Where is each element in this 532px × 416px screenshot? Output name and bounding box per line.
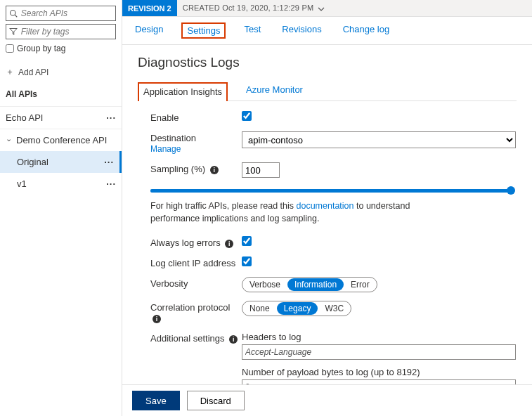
api-item-label: Demo Conference API bbox=[6, 135, 107, 145]
diagnostics-form: Enable Destination Manage apim-contoso bbox=[138, 111, 517, 414]
verbosity-information[interactable]: Information bbox=[287, 278, 344, 291]
created-label[interactable]: CREATED Oct 19, 2020, 1:12:29 PM bbox=[177, 4, 330, 12]
group-by-tag-checkbox[interactable]: Group by tag bbox=[6, 44, 116, 53]
enable-label: Enable bbox=[150, 111, 242, 123]
tab-design[interactable]: Design bbox=[132, 22, 166, 39]
sampling-slider[interactable] bbox=[150, 186, 517, 195]
revision-badge[interactable]: REVISION 2 bbox=[122, 0, 177, 16]
verbosity-error[interactable]: Error bbox=[344, 278, 377, 291]
sidebar: Group by tag ＋ Add API All APIs Echo API… bbox=[0, 0, 122, 416]
all-apis-link[interactable]: All APIs bbox=[6, 89, 116, 99]
sampling-hint: For high traffic APIs, please read this … bbox=[150, 200, 453, 225]
api-item-echo[interactable]: Echo API ··· bbox=[0, 106, 122, 129]
api-subitem-v1[interactable]: v1 ··· bbox=[0, 173, 122, 195]
documentation-link[interactable]: documentation bbox=[297, 201, 354, 211]
footer-bar: Save Discard bbox=[122, 384, 532, 416]
main-tabs: Design Settings Test Revisions Change lo… bbox=[122, 17, 532, 45]
payload-label: Number of payload bytes to log (up to 81… bbox=[242, 367, 517, 377]
slider-track bbox=[150, 189, 511, 193]
enable-checkbox[interactable] bbox=[242, 111, 252, 121]
headers-label: Headers to log bbox=[242, 332, 517, 342]
slider-thumb[interactable] bbox=[507, 186, 515, 195]
filter-tags-input-wrap[interactable] bbox=[6, 24, 116, 39]
svg-point-0 bbox=[11, 11, 16, 16]
api-subitem-original[interactable]: Original ··· bbox=[0, 151, 122, 173]
filter-icon bbox=[9, 27, 18, 36]
manage-link[interactable]: Manage bbox=[150, 144, 181, 154]
group-by-tag-input[interactable] bbox=[6, 44, 14, 53]
tab-changelog[interactable]: Change log bbox=[340, 22, 393, 39]
page-title: Diagnostics Logs bbox=[138, 55, 517, 70]
verbosity-segmented[interactable]: Verbose Information Error bbox=[242, 277, 377, 292]
add-api-label: Add API bbox=[18, 67, 48, 77]
correlation-legacy[interactable]: Legacy bbox=[277, 302, 318, 315]
correlation-segmented[interactable]: None Legacy W3C bbox=[242, 301, 351, 316]
verbosity-verbose[interactable]: Verbose bbox=[242, 278, 287, 291]
tab-settings[interactable]: Settings bbox=[181, 22, 226, 39]
discard-button[interactable]: Discard bbox=[187, 391, 245, 410]
verbosity-label: Verbosity bbox=[150, 277, 242, 289]
search-apis-input[interactable] bbox=[18, 8, 112, 18]
save-button[interactable]: Save bbox=[132, 391, 180, 410]
add-api-button[interactable]: ＋ Add API bbox=[6, 66, 116, 78]
diagnostics-subtabs: Application Insights Azure Monitor bbox=[138, 82, 517, 101]
search-apis-input-wrap[interactable] bbox=[6, 6, 116, 21]
info-icon[interactable]: i bbox=[225, 240, 233, 248]
api-item-label: Echo API bbox=[6, 112, 43, 123]
correlation-w3c[interactable]: W3C bbox=[318, 302, 351, 315]
svg-line-1 bbox=[15, 15, 17, 17]
filter-tags-input[interactable] bbox=[18, 27, 112, 37]
api-subitem-label: Original bbox=[17, 157, 48, 167]
destination-select[interactable]: apim-contoso bbox=[242, 131, 516, 148]
info-icon[interactable]: i bbox=[210, 166, 219, 174]
additional-label: Additional settings bbox=[150, 333, 225, 344]
subtab-app-insights[interactable]: Application Insights bbox=[138, 82, 228, 101]
info-icon[interactable]: i bbox=[229, 335, 238, 344]
more-icon[interactable]: ··· bbox=[106, 178, 116, 189]
headers-input[interactable] bbox=[242, 344, 516, 360]
destination-label: Destination bbox=[150, 133, 196, 143]
correlation-none[interactable]: None bbox=[242, 302, 277, 315]
group-by-tag-label: Group by tag bbox=[17, 44, 65, 53]
plus-icon: ＋ bbox=[6, 66, 14, 78]
info-icon[interactable]: i bbox=[153, 315, 161, 323]
sampling-label: Sampling (%) bbox=[150, 164, 205, 174]
chevron-down-icon bbox=[318, 6, 325, 13]
sampling-input[interactable] bbox=[242, 162, 280, 178]
content-area: Diagnostics Logs Application Insights Az… bbox=[122, 45, 532, 416]
always-log-checkbox[interactable] bbox=[242, 236, 252, 246]
api-subitem-label: v1 bbox=[17, 178, 27, 189]
tab-revisions[interactable]: Revisions bbox=[279, 22, 324, 39]
topbar: REVISION 2 CREATED Oct 19, 2020, 1:12:29… bbox=[122, 0, 532, 17]
more-icon[interactable]: ··· bbox=[106, 112, 116, 123]
search-icon bbox=[9, 9, 18, 18]
client-ip-label: Log client IP address bbox=[150, 256, 242, 268]
always-log-label: Always log errors bbox=[150, 238, 221, 248]
subtab-azure-monitor[interactable]: Azure Monitor bbox=[242, 82, 307, 100]
more-icon[interactable]: ··· bbox=[104, 157, 114, 167]
client-ip-checkbox[interactable] bbox=[242, 256, 252, 266]
api-item-demo-conference[interactable]: Demo Conference API bbox=[0, 129, 122, 151]
tab-test[interactable]: Test bbox=[241, 22, 264, 39]
main-panel: REVISION 2 CREATED Oct 19, 2020, 1:12:29… bbox=[122, 0, 532, 416]
svg-marker-2 bbox=[10, 29, 18, 35]
correlation-label: Correlation protocol bbox=[150, 302, 230, 313]
